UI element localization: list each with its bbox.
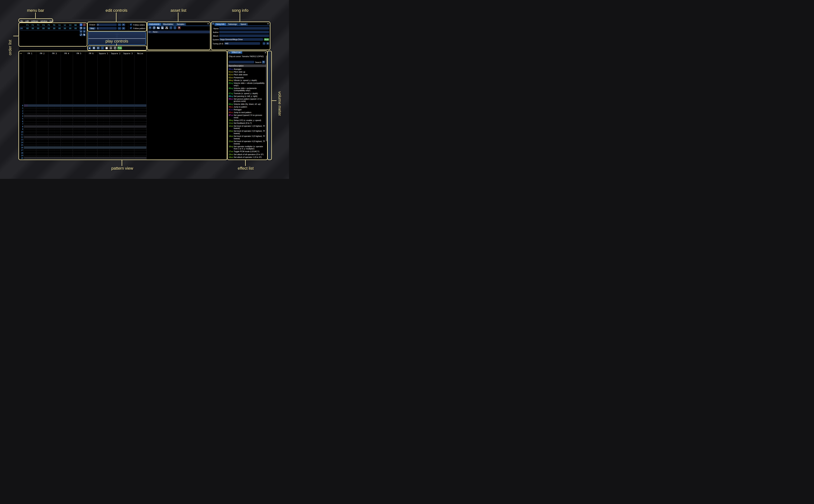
pattern-cell[interactable] — [73, 128, 85, 130]
pattern-cell[interactable] — [134, 146, 146, 149]
pattern-cell[interactable] — [134, 131, 146, 133]
pattern-cell[interactable] — [85, 115, 97, 117]
pattern-row-0[interactable]: 0 — [19, 104, 227, 107]
pattern-cell[interactable] — [36, 117, 48, 120]
pattern-cell[interactable] — [73, 123, 85, 125]
pattern-cell[interactable] — [134, 125, 146, 128]
delete-asset-button[interactable]: ✕ — [178, 26, 181, 29]
pattern-cell[interactable] — [85, 125, 97, 128]
move-order-down-button[interactable]: ∨ — [80, 30, 82, 33]
asset-selected-row[interactable]: - None - — [148, 31, 210, 33]
pattern-cell[interactable] — [48, 152, 61, 154]
menu-item-help[interactable]: help — [50, 20, 53, 22]
channel-header-fm-1[interactable]: FM 1 — [24, 52, 36, 55]
pattern-row-2[interactable]: 2 — [19, 110, 227, 112]
pattern-cell[interactable] — [48, 110, 61, 112]
pattern-cell[interactable] — [122, 112, 134, 115]
pattern-cell[interactable] — [61, 136, 73, 138]
pattern-cell[interactable] — [36, 144, 48, 146]
pattern-cell[interactable] — [48, 149, 61, 151]
pattern-cell[interactable] — [61, 138, 73, 141]
order-cell[interactable]: 00 — [73, 27, 78, 29]
effect-row[interactable]: 07xyTremolo (x: speed; y: depth) — [228, 92, 266, 95]
pattern-cell[interactable] — [73, 125, 85, 128]
pattern-row-15[interactable]: 15 — [19, 144, 227, 146]
pattern-cell[interactable] — [85, 146, 97, 149]
pattern-cell[interactable] — [48, 107, 61, 109]
pattern-cell[interactable] — [97, 125, 110, 128]
pattern-cell[interactable] — [85, 104, 97, 107]
pattern-cell[interactable] — [110, 128, 122, 130]
order-cell[interactable]: 00 — [30, 27, 35, 29]
effect-row[interactable]: 06xyVolume slide + portamento (compatibi… — [228, 87, 266, 92]
channel-header-fm-6[interactable]: FM 6 — [85, 52, 97, 55]
order-row-index[interactable]: 00 — [20, 27, 23, 29]
pattern-cell[interactable] — [24, 144, 36, 146]
pattern-cell[interactable] — [110, 123, 122, 125]
pattern-cell[interactable] — [24, 123, 36, 125]
description-column-header[interactable]: Description — [234, 65, 244, 67]
pattern-cell[interactable] — [36, 149, 48, 151]
effect-row[interactable]: 1AxxSet attack of operator 1 (0 to 1F) — [228, 156, 266, 158]
duplicate-order-button[interactable] — [80, 27, 82, 29]
pattern-cell[interactable] — [97, 157, 110, 159]
pattern-cell[interactable] — [85, 144, 97, 146]
pattern-cell[interactable] — [110, 141, 122, 144]
tab-wavetables[interactable]: Wavetables — [161, 23, 175, 25]
pattern-cell[interactable] — [73, 146, 85, 149]
pattern-cell[interactable] — [110, 120, 122, 123]
effect-search-input[interactable] — [228, 61, 254, 63]
pattern-cell[interactable] — [97, 117, 110, 120]
tab-speed[interactable]: Speed — [239, 23, 248, 25]
pattern-cell[interactable] — [97, 110, 110, 112]
pattern-cell[interactable] — [110, 107, 122, 109]
pattern-cell[interactable] — [36, 123, 48, 125]
order-edit-mode-button[interactable] — [83, 33, 86, 36]
scrollbar-thumb[interactable] — [266, 55, 267, 141]
pattern-cell[interactable] — [134, 136, 146, 138]
pattern-cell[interactable] — [85, 141, 97, 144]
pattern-cell[interactable] — [85, 120, 97, 123]
pattern-cell[interactable] — [24, 136, 36, 138]
pattern-cell[interactable] — [134, 117, 146, 120]
pattern-cell[interactable] — [36, 146, 48, 149]
pattern-cell[interactable] — [48, 112, 61, 115]
pattern-cell[interactable] — [110, 152, 122, 154]
pattern-row-10[interactable]: 10 — [19, 131, 227, 133]
octave-plus-button[interactable]: + — [122, 23, 125, 26]
add-order-button[interactable]: + — [80, 23, 82, 26]
pattern-cell[interactable] — [122, 152, 134, 154]
asset-tree-view-button[interactable] — [165, 26, 168, 29]
pattern-row-16[interactable]: 16 — [19, 146, 227, 149]
play-pattern-button[interactable] — [92, 46, 95, 50]
pattern-cell[interactable] — [24, 120, 36, 123]
pattern-cell[interactable] — [48, 157, 61, 159]
pattern-cell[interactable] — [134, 133, 146, 136]
album-input[interactable] — [219, 34, 269, 37]
effect-list-close-icon[interactable]: ✕ — [264, 52, 266, 54]
pattern-cell[interactable] — [122, 141, 134, 144]
pattern-cell[interactable] — [85, 157, 97, 159]
pattern-cell[interactable] — [110, 117, 122, 120]
pattern-cell[interactable] — [36, 128, 48, 130]
pattern-cell[interactable] — [73, 136, 85, 138]
name-input[interactable] — [219, 27, 269, 30]
effect-row[interactable]: 09xxSet groove pattern (speed 1 if no gr… — [228, 98, 266, 102]
pattern-cell[interactable] — [122, 136, 134, 138]
pattern-cell[interactable] — [61, 107, 73, 109]
pattern-cell[interactable] — [85, 123, 97, 125]
pattern-cell[interactable] — [24, 128, 36, 130]
pattern-cell[interactable] — [85, 117, 97, 120]
pattern-cell[interactable] — [122, 133, 134, 136]
metronome-button[interactable] — [109, 46, 112, 50]
pattern-cell[interactable] — [73, 120, 85, 123]
pattern-cell[interactable] — [36, 136, 48, 138]
pattern-cell[interactable] — [24, 110, 36, 112]
pattern-cell[interactable] — [134, 149, 146, 151]
pattern-cell[interactable] — [61, 154, 73, 157]
channel-header-fm-2[interactable]: FM 2 — [36, 52, 48, 55]
pattern-cell[interactable] — [97, 107, 110, 109]
pattern-row-9[interactable]: 9 — [19, 128, 227, 130]
pattern-row-14[interactable]: 14 — [19, 141, 227, 144]
move-order-up-button[interactable]: ∧ — [83, 27, 86, 29]
